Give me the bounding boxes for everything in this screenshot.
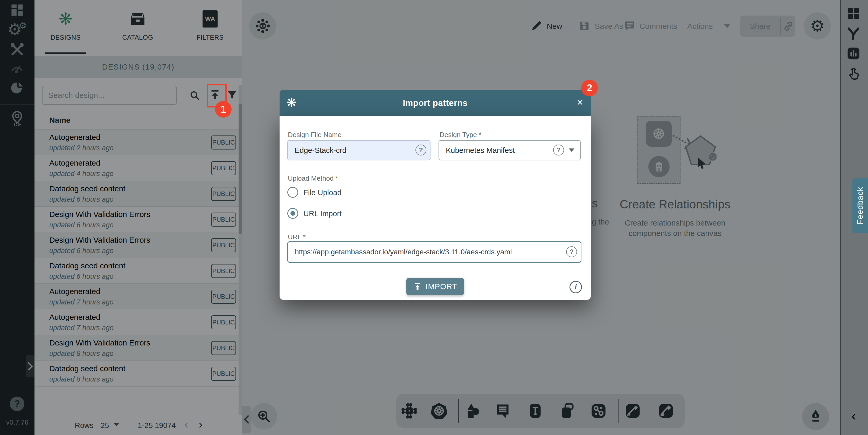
design-type-label: Design Type * [440, 131, 481, 139]
help-circle-icon[interactable]: ? [553, 145, 564, 155]
url-import-radio[interactable] [287, 208, 298, 219]
file-upload-radio[interactable] [287, 187, 298, 198]
import-modal-header: ❋ Import patterns × [280, 90, 591, 116]
design-type-value: Kubernetes Manifest [439, 146, 515, 155]
file-upload-radio-label[interactable]: File Upload [303, 188, 342, 197]
url-field: ? [287, 241, 582, 263]
help-circle-icon[interactable]: ? [415, 145, 426, 155]
upload-icon [413, 282, 422, 291]
url-input[interactable] [288, 248, 569, 256]
feedback-tab-label: Feedback [856, 187, 865, 224]
info-icon[interactable]: i [569, 281, 582, 293]
close-icon[interactable]: × [577, 97, 583, 108]
modal-title: Import patterns [280, 98, 591, 108]
step2-badge: 2 [581, 80, 598, 96]
import-modal-body: Design File Name ? Design Type * Kuberne… [280, 116, 591, 300]
design-file-name-label: Design File Name [288, 131, 342, 139]
step1-badge: 1 [215, 101, 231, 118]
import-button-label: IMPORT [426, 282, 457, 291]
meshery-app: ⚙⚙ ? v0.7.76 ❋ DESIGNS CATALOG [0, 0, 868, 435]
chevron-down-icon [569, 148, 575, 152]
import-button[interactable]: IMPORT [406, 278, 464, 295]
feedback-tab[interactable]: Feedback [852, 178, 868, 233]
url-label: URL * [288, 233, 306, 241]
design-file-name-input[interactable] [288, 146, 423, 155]
design-file-name-field: ? [287, 140, 431, 161]
url-import-radio-label[interactable]: URL Import [303, 209, 342, 218]
help-circle-icon[interactable]: ? [566, 246, 577, 257]
design-type-select[interactable]: Kubernetes Manifest ? [438, 140, 581, 161]
meshery-logo-icon: ❋ [286, 96, 297, 109]
upload-method-label: Upload Method * [288, 174, 338, 182]
